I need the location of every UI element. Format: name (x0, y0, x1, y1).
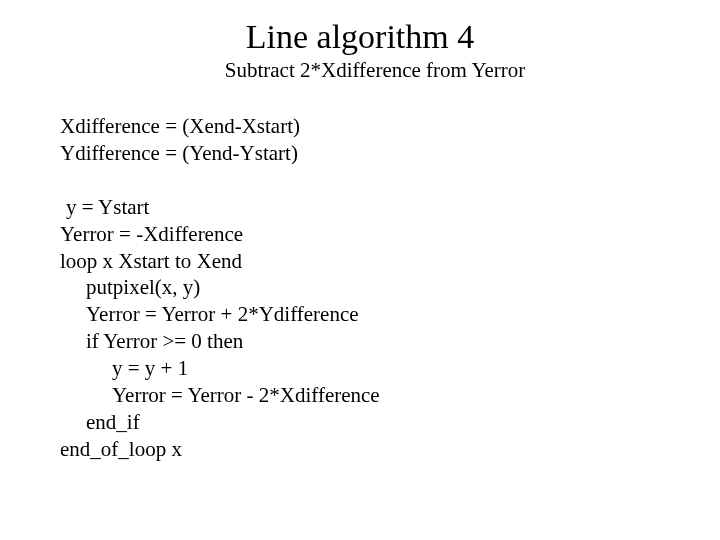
code-line: y = y + 1 (60, 355, 720, 382)
blank-line (60, 167, 720, 194)
code-line: Yerror = Yerror - 2*Xdifference (60, 382, 720, 409)
code-line: y = Ystart (60, 194, 720, 221)
slide-title: Line algorithm 4 (0, 18, 720, 56)
slide-body: Xdifference = (Xend-Xstart) Ydifference … (0, 113, 720, 463)
slide-subtitle: Subtract 2*Xdifference from Yerror (0, 58, 720, 83)
code-line: loop x Xstart to Xend (60, 248, 720, 275)
code-line: putpixel(x, y) (60, 274, 720, 301)
code-line: Yerror = -Xdifference (60, 221, 720, 248)
code-line: Ydifference = (Yend-Ystart) (60, 140, 720, 167)
code-line: Xdifference = (Xend-Xstart) (60, 113, 720, 140)
code-line: if Yerror >= 0 then (60, 328, 720, 355)
code-line: end_of_loop x (60, 436, 720, 463)
code-line: end_if (60, 409, 720, 436)
code-line: Yerror = Yerror + 2*Ydifference (60, 301, 720, 328)
